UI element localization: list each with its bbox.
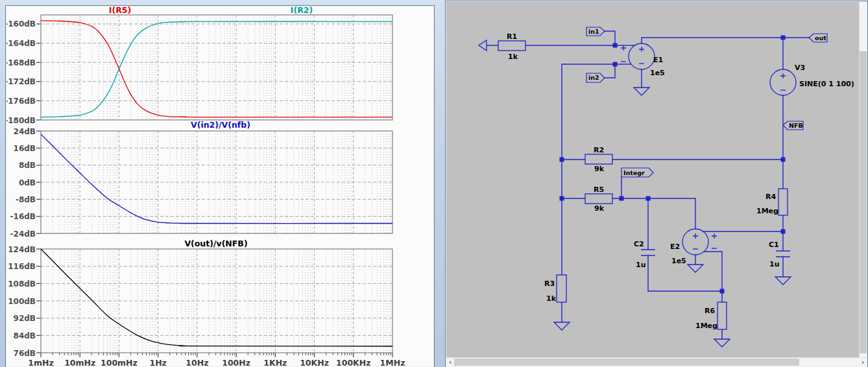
- junction-dot: [646, 196, 651, 201]
- resistor-R4-label[interactable]: R4: [766, 193, 776, 201]
- resistor-R5-label[interactable]: R5: [594, 185, 604, 194]
- y-tick-label: -8dB: [16, 195, 36, 204]
- x-tick-label: 100Hz: [222, 358, 250, 366]
- horizontal-scrollbar-thumb[interactable]: [454, 359, 799, 366]
- resistor-R4[interactable]: R4 1Meg: [756, 189, 788, 215]
- resistor-R1-label[interactable]: R1: [507, 32, 517, 41]
- y-tick-label: -176dB: [6, 97, 36, 106]
- resistor-R2-value[interactable]: 9k: [594, 165, 605, 173]
- junction-dot: [560, 158, 564, 162]
- port-arrow-icon[interactable]: [479, 40, 487, 51]
- net-flag-integr[interactable]: Integr: [621, 168, 653, 177]
- y-tick-label: -172dB: [6, 77, 36, 86]
- ground-icon[interactable]: [688, 265, 703, 272]
- schematic-pane[interactable]: R1 1k R2 9k R5 9k R3 1k R4 1Meg: [445, 1, 868, 367]
- y-tick-label: 116dB: [8, 262, 36, 271]
- capacitor-C1-label[interactable]: C1: [769, 241, 779, 249]
- y-tick-label: 124dB: [8, 245, 36, 254]
- y-tick-label: -168dB: [6, 58, 36, 67]
- plot-pane-2[interactable]: 124dB116dB108dB100dB92dB84dB76dBV(out)/v…: [8, 239, 392, 358]
- junction-dot: [613, 43, 618, 48]
- plot-pane-1[interactable]: 24dB16dB8dB0dB-8dB-16dB-24dBV(in2)/V(nfb…: [10, 120, 392, 239]
- wires[interactable]: [487, 31, 809, 339]
- voltage-source-V3-value[interactable]: SINE(0 1 100): [799, 80, 854, 88]
- trace-title[interactable]: V(out)/v(NFB): [184, 239, 247, 248]
- resistor-R2-label[interactable]: R2: [594, 146, 604, 154]
- net-flag-in2[interactable]: in2: [586, 73, 605, 82]
- vertical-scrollbar-thumb[interactable]: [860, 51, 867, 353]
- trace-title[interactable]: V(in2)/V(nfb): [191, 120, 250, 130]
- scroll-left-arrow-icon[interactable]: ‹: [446, 358, 454, 366]
- resistor-R2[interactable]: R2 9k: [585, 146, 612, 173]
- x-tick-label: 100mHz: [101, 358, 138, 366]
- resistor-R1[interactable]: R1 1k: [498, 32, 525, 61]
- resistor-R3[interactable]: R3 1k: [544, 275, 566, 303]
- net-flag-in2-text: in2: [588, 74, 599, 81]
- ground-icon[interactable]: [634, 88, 649, 95]
- junction-dot: [720, 289, 725, 294]
- curve-voutvnfb[interactable]: [41, 249, 392, 346]
- y-tick-label: 8dB: [19, 161, 36, 170]
- x-tick-label: 10mHz: [64, 358, 95, 366]
- net-flag-nfb[interactable]: NFB: [783, 121, 803, 130]
- vcvs-E2[interactable]: E2 1e5: [670, 229, 717, 265]
- x-tick-label: 1Hz: [149, 358, 166, 366]
- horizontal-scrollbar[interactable]: ‹ ›: [446, 357, 867, 366]
- curve-ir2[interactable]: [41, 21, 392, 117]
- capacitor-C1[interactable]: C1 1u: [769, 241, 790, 268]
- vcvs-E2-label[interactable]: E2: [670, 243, 680, 251]
- vertical-scrollbar[interactable]: [859, 2, 867, 358]
- ground-icon[interactable]: [714, 339, 730, 347]
- net-flag-in1-text: in1: [588, 28, 599, 35]
- capacitor-C1-value[interactable]: 1u: [769, 260, 780, 268]
- curve-vin2vnfb[interactable]: [41, 134, 392, 224]
- y-tick-label: 16dB: [14, 144, 36, 153]
- net-flag-nfb-text: NFB: [789, 122, 803, 129]
- resistor-R6-value[interactable]: 1Meg: [695, 322, 717, 330]
- net-flag-in1[interactable]: in1: [586, 27, 605, 36]
- trace-title[interactable]: I(R2): [291, 6, 313, 15]
- voltage-source-V3-label[interactable]: V3: [795, 64, 805, 72]
- resistor-R3-value[interactable]: 1k: [546, 294, 557, 303]
- wire[interactable]: [642, 38, 783, 43]
- trace-title[interactable]: I(R5): [109, 6, 131, 15]
- junction-dot: [781, 36, 786, 40]
- grounds[interactable]: [554, 88, 791, 347]
- y-tick-label: -160dB: [6, 19, 36, 29]
- resistor-R6[interactable]: R6 1Meg: [695, 302, 727, 330]
- resistor-R5-value[interactable]: 9k: [594, 204, 605, 213]
- plot-pane-0[interactable]: -160dB-164dB-168dB-172dB-176dB-180dBI(R5…: [6, 6, 392, 125]
- schematic-canvas[interactable]: R1 1k R2 9k R5 9k R3 1k R4 1Meg: [447, 5, 860, 355]
- vcvs-E2-value[interactable]: 1e5: [671, 257, 686, 265]
- junction-dot: [620, 196, 624, 201]
- junction-dot: [781, 158, 786, 162]
- vcvs-E1[interactable]: E1 1e5: [621, 43, 665, 77]
- ground-icon[interactable]: [775, 277, 791, 285]
- vcvs-E1-value[interactable]: 1e5: [650, 69, 665, 77]
- resistor-R5[interactable]: R5 9k: [585, 185, 612, 213]
- wire[interactable]: [562, 64, 615, 275]
- resistor-R4-value[interactable]: 1Meg: [756, 207, 778, 215]
- x-tick-label: 10Hz: [186, 358, 208, 366]
- resistor-R1-value[interactable]: 1k: [508, 53, 518, 61]
- ground-icon[interactable]: [554, 322, 570, 330]
- capacitor-C2-value[interactable]: 1u: [636, 261, 646, 269]
- y-tick-label: 0dB: [19, 178, 36, 187]
- wire[interactable]: [703, 252, 722, 291]
- resistor-R3-label[interactable]: R3: [544, 279, 555, 288]
- capacitor-C2-label[interactable]: C2: [634, 240, 644, 248]
- waveform-plot[interactable]: -160dB-164dB-168dB-172dB-176dB-180dBI(R5…: [6, 6, 433, 366]
- capacitor-C2[interactable]: C2 1u: [634, 240, 655, 269]
- wire[interactable]: [612, 198, 695, 229]
- scroll-right-arrow-icon[interactable]: ›: [859, 358, 867, 366]
- x-tick-label: 1KHz: [263, 358, 287, 366]
- ltspice-workspace: -160dB-164dB-168dB-172dB-176dB-180dBI(R5…: [0, 0, 868, 367]
- junction-dot: [560, 196, 564, 201]
- net-flag-out[interactable]: out: [809, 34, 827, 42]
- waveform-viewer-pane[interactable]: -160dB-164dB-168dB-172dB-176dB-180dBI(R5…: [5, 5, 435, 367]
- plot-border: [41, 15, 392, 120]
- vcvs-E1-label[interactable]: E1: [653, 56, 663, 64]
- resistor-R6-label[interactable]: R6: [705, 307, 715, 315]
- y-tick-label: -24dB: [10, 230, 36, 239]
- curve-ir5[interactable]: [41, 21, 392, 117]
